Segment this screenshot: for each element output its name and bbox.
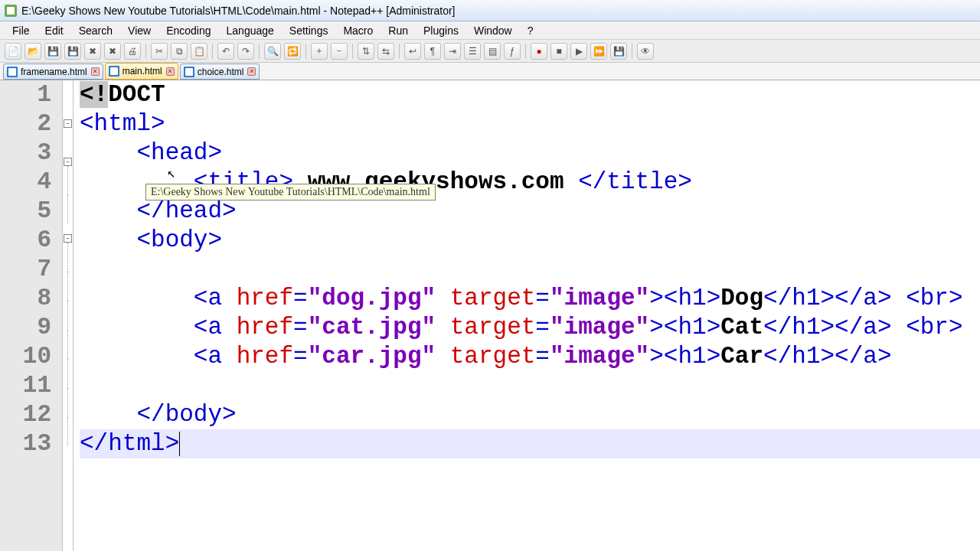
fold-toggle-icon[interactable]: - (64, 158, 72, 166)
line-number: 3 (0, 139, 51, 168)
open-file-icon[interactable]: 📂 (24, 43, 41, 60)
tab-tooltip: E:\Geeky Shows New Youtube Tutorials\HTM… (145, 184, 436, 201)
toolbar: 📄 📂 💾 💾 ✖ ✖ 🖨 ✂ ⧉ 📋 ↶ ↷ 🔍 🔁 ＋ － ⇅ ⇆ ↩ ¶ … (0, 40, 980, 63)
code-line (80, 371, 980, 400)
code-line: </body> (80, 400, 980, 429)
tab-main[interactable]: main.html × (105, 63, 178, 80)
mouse-cursor-icon: ↖ (167, 165, 175, 181)
tab-framename[interactable]: framename.html × (3, 64, 103, 80)
toolbar-sep (352, 44, 353, 59)
code-line: <a href="cat.jpg" target="image"><h1>Cat… (80, 313, 980, 342)
record-icon[interactable]: ● (531, 43, 547, 60)
line-number: 5 (0, 197, 51, 226)
menu-run[interactable]: Run (381, 23, 416, 38)
close-all-icon[interactable]: ✖ (104, 43, 121, 60)
paste-icon[interactable]: 📋 (191, 43, 207, 60)
menu-file[interactable]: File (5, 23, 38, 38)
menu-plugins[interactable]: Plugins (416, 23, 466, 38)
fold-toggle-icon[interactable]: - (64, 119, 72, 128)
sync-h-icon[interactable]: ⇆ (377, 43, 394, 60)
copy-icon[interactable]: ⧉ (171, 43, 188, 60)
save-icon[interactable]: 💾 (44, 43, 61, 60)
menu-macro[interactable]: Macro (335, 23, 381, 38)
save-all-icon[interactable]: 💾 (64, 43, 81, 60)
save-macro-icon[interactable]: 💾 (610, 43, 627, 60)
fold-toggle-icon[interactable]: - (64, 234, 72, 243)
play-icon[interactable]: ▶ (570, 43, 587, 60)
file-icon (109, 66, 119, 77)
line-number: 10 (0, 342, 51, 371)
line-number: 7 (0, 255, 51, 284)
tabbar: framename.html × main.html × choice.html… (0, 63, 980, 80)
menu-window[interactable]: Window (466, 23, 520, 38)
code-line: <html> (80, 109, 980, 139)
code-line: <a href="dog.jpg" target="image"><h1>Dog… (80, 284, 980, 313)
zoom-out-icon[interactable]: － (331, 43, 348, 60)
line-number: 2 (0, 109, 51, 139)
menubar: File Edit Search View Encoding Language … (0, 21, 980, 40)
cut-icon[interactable]: ✂ (151, 43, 168, 60)
print-icon[interactable]: 🖨 (124, 43, 141, 60)
line-number: 8 (0, 284, 51, 313)
line-number: 4 (0, 168, 51, 197)
menu-encoding[interactable]: Encoding (158, 23, 218, 38)
all-chars-icon[interactable]: ¶ (424, 43, 441, 60)
lang-icon[interactable]: ☰ (464, 43, 481, 60)
code-line: <body> (80, 226, 980, 255)
file-icon (184, 67, 194, 77)
toolbar-sep (525, 44, 526, 59)
app-icon (5, 5, 17, 17)
tab-close-icon[interactable]: × (166, 67, 175, 76)
code-line: <!DOCT (80, 80, 980, 109)
tab-choice[interactable]: choice.html × (180, 64, 260, 80)
menu-language[interactable]: Language (219, 23, 282, 38)
toolbar-sep (305, 44, 306, 59)
line-number-gutter: 1 2 3 4 5 6 7 8 9 10 11 12 13 (0, 80, 63, 551)
toolbar-sep (145, 44, 146, 59)
doc-map-icon[interactable]: ▤ (484, 43, 501, 60)
redo-icon[interactable]: ↷ (237, 43, 254, 60)
code-line: </head> (80, 197, 980, 226)
file-icon (7, 67, 18, 77)
stop-icon[interactable]: ■ (550, 43, 567, 60)
toolbar-sep (399, 44, 400, 59)
line-number: 9 (0, 313, 51, 342)
func-list-icon[interactable]: ƒ (504, 43, 521, 60)
sync-v-icon[interactable]: ⇅ (358, 43, 374, 60)
line-number: 1 (0, 80, 51, 109)
new-file-icon[interactable]: 📄 (5, 43, 21, 60)
fold-column: - - - (63, 80, 74, 551)
wrap-icon[interactable]: ↩ (404, 43, 421, 60)
menu-help[interactable]: ? (520, 23, 541, 38)
tab-label: main.html (122, 66, 162, 77)
tab-close-icon[interactable]: × (91, 67, 100, 76)
toolbar-sep (632, 44, 632, 59)
menu-settings[interactable]: Settings (282, 23, 336, 38)
editor[interactable]: 1 2 3 4 5 6 7 8 9 10 11 12 13 - - - <!DO… (0, 80, 980, 551)
line-number: 6 (0, 226, 51, 255)
code-area[interactable]: <!DOCT <html> <head> <title> www.geekysh… (74, 80, 980, 551)
replace-icon[interactable]: 🔁 (284, 43, 301, 60)
indent-icon[interactable]: ⇥ (444, 43, 461, 60)
code-line: <head> (80, 139, 980, 168)
tab-close-icon[interactable]: × (247, 67, 256, 76)
zoom-in-icon[interactable]: ＋ (311, 43, 328, 60)
play-multi-icon[interactable]: ⏩ (590, 43, 607, 60)
toolbar-sep (259, 44, 260, 59)
menu-edit[interactable]: Edit (38, 23, 71, 38)
menu-view[interactable]: View (120, 23, 158, 38)
find-icon[interactable]: 🔍 (264, 43, 281, 60)
code-line (80, 255, 980, 284)
line-number: 12 (0, 400, 51, 429)
text-caret (179, 432, 180, 456)
line-number: 11 (0, 371, 51, 400)
line-number: 13 (0, 429, 51, 458)
undo-icon[interactable]: ↶ (217, 43, 234, 60)
close-icon[interactable]: ✖ (84, 43, 101, 60)
menu-search[interactable]: Search (71, 23, 120, 38)
window-title: E:\Geeky Shows New Youtube Tutorials\HTM… (21, 5, 456, 17)
titlebar: E:\Geeky Shows New Youtube Tutorials\HTM… (0, 0, 980, 21)
code-line: <a href="car.jpg" target="image"><h1>Car… (80, 342, 980, 371)
show-icon[interactable]: 👁 (637, 43, 654, 60)
code-line: </html> (80, 429, 980, 458)
